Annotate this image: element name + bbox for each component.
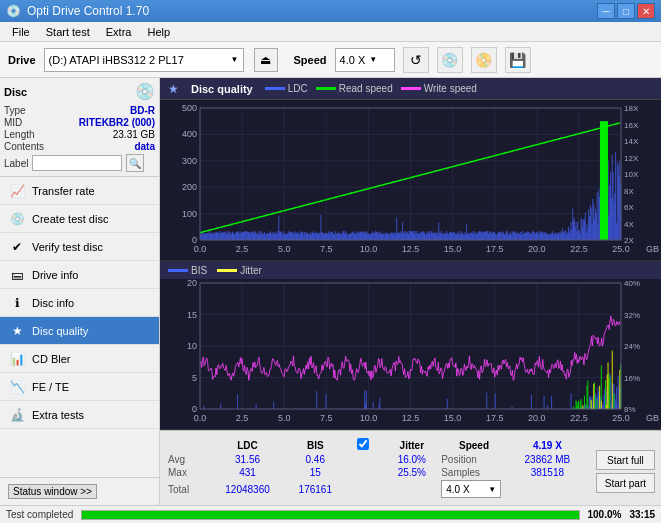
total-bis: 176161 xyxy=(287,480,343,498)
left-panel: Disc 💿 Type BD-R MID RITEKBR2 (000) Leng… xyxy=(0,78,160,505)
nav-cd-bler[interactable]: 📊 CD Bler xyxy=(0,345,159,373)
disc-quality-header-icon: ★ xyxy=(168,82,179,96)
drive-label: Drive xyxy=(8,54,36,66)
start-buttons: Start full Start part xyxy=(596,436,655,493)
start-part-button[interactable]: Start part xyxy=(596,473,655,493)
eject-button[interactable]: ⏏ xyxy=(254,48,278,72)
avg-ldc: 31.56 xyxy=(210,454,285,465)
nav-transfer-rate[interactable]: 📈 Transfer rate xyxy=(0,177,159,205)
contents-value: data xyxy=(134,141,155,152)
ldc-header: LDC xyxy=(210,438,285,452)
fe-te-icon: 📉 xyxy=(8,378,26,396)
total-label: Total xyxy=(168,480,208,498)
disc-info-icon: ℹ xyxy=(8,294,26,312)
verify-test-disc-icon: ✔ xyxy=(8,238,26,256)
nav-fe-te[interactable]: 📉 FE / TE xyxy=(0,373,159,401)
nav-extra-tests[interactable]: 🔬 Extra tests xyxy=(0,401,159,429)
speed-label: Speed xyxy=(294,54,327,66)
speed-section: 4.0 X ▼ xyxy=(441,480,586,498)
drive-select-text: (D:) ATAPI iHBS312 2 PL17 xyxy=(49,54,231,66)
title-bar: 💿 Opti Drive Control 1.70 ─ □ ✕ xyxy=(0,0,661,22)
title-bar-controls: ─ □ ✕ xyxy=(597,3,655,19)
label-input[interactable] xyxy=(32,155,122,171)
nav-drive-info-label: Drive info xyxy=(32,269,78,281)
nav-verify-test-disc[interactable]: ✔ Verify test disc xyxy=(0,233,159,261)
max-jitter: 25.5% xyxy=(384,467,439,478)
jitter-check-cell xyxy=(355,438,382,452)
drive-selector[interactable]: (D:) ATAPI iHBS312 2 PL17 ▼ xyxy=(44,48,244,72)
total-sep xyxy=(345,480,353,498)
legend-read-speed-label: Read speed xyxy=(339,83,393,94)
nav-drive-info[interactable]: 🖴 Drive info xyxy=(0,261,159,289)
minimize-button[interactable]: ─ xyxy=(597,3,615,19)
progress-percent: 100.0% xyxy=(588,509,622,520)
contents-label: Contents xyxy=(4,141,44,152)
nav-transfer-rate-label: Transfer rate xyxy=(32,185,95,197)
nav-disc-info[interactable]: ℹ Disc info xyxy=(0,289,159,317)
status-window-section: Status window >> xyxy=(0,477,159,505)
disc-button2[interactable]: 📀 xyxy=(471,47,497,73)
stats-table: LDC BIS Jitter Speed 4.19 X Avg 31.56 0. xyxy=(166,436,588,500)
speed-dropdown[interactable]: 4.0 X ▼ xyxy=(441,480,501,498)
right-panel: ★ Disc quality LDC Read speed Write spee… xyxy=(160,78,661,505)
jitter-checkbox[interactable] xyxy=(357,438,369,450)
menu-file[interactable]: File xyxy=(4,24,38,40)
start-full-button[interactable]: Start full xyxy=(596,450,655,470)
stats-header-row: LDC BIS Jitter Speed 4.19 X xyxy=(168,438,586,452)
sep xyxy=(345,438,353,452)
speed-label-cell: Speed xyxy=(441,438,507,452)
disc-header: Disc 💿 xyxy=(4,82,155,101)
disc-length-row: Length 23.31 GB xyxy=(4,129,155,140)
nav-create-test-disc[interactable]: 💿 Create test disc xyxy=(0,205,159,233)
max-label: Max xyxy=(168,467,208,478)
legend-ldc-label: LDC xyxy=(288,83,308,94)
legend-read-speed: Read speed xyxy=(316,83,393,94)
legend-ldc: LDC xyxy=(265,83,308,94)
type-label: Type xyxy=(4,105,26,116)
disc-button1[interactable]: 💿 xyxy=(437,47,463,73)
total-empty xyxy=(355,480,439,498)
nav-disc-quality-label: Disc quality xyxy=(32,325,88,337)
label-key: Label xyxy=(4,158,28,169)
disc-contents-row: Contents data xyxy=(4,141,155,152)
nav-disc-quality[interactable]: ★ Disc quality xyxy=(0,317,159,345)
progress-bar xyxy=(81,510,579,520)
status-text: Test completed xyxy=(6,509,73,520)
mid-value: RITEKBR2 (000) xyxy=(79,117,155,128)
speed-dropdown-val: 4.0 X xyxy=(446,484,469,495)
refresh-button[interactable]: ↺ xyxy=(403,47,429,73)
save-button[interactable]: 💾 xyxy=(505,47,531,73)
bottom-chart-container xyxy=(160,279,661,430)
close-button[interactable]: ✕ xyxy=(637,3,655,19)
menu-start-test[interactable]: Start test xyxy=(38,24,98,40)
status-window-button[interactable]: Status window >> xyxy=(8,484,97,499)
menu-help[interactable]: Help xyxy=(139,24,178,40)
maximize-button[interactable]: □ xyxy=(617,3,635,19)
speed-selector[interactable]: 4.0 X ▼ xyxy=(335,48,395,72)
time-value: 33:15 xyxy=(629,509,655,520)
nav-extra-tests-label: Extra tests xyxy=(32,409,84,421)
menu-extra[interactable]: Extra xyxy=(98,24,140,40)
legend-read-speed-color xyxy=(316,87,336,90)
top-chart-container xyxy=(160,100,661,261)
legend-write-speed-color xyxy=(401,87,421,90)
label-search-button[interactable]: 🔍 xyxy=(126,154,144,172)
max-bis: 15 xyxy=(287,467,343,478)
app-title: Opti Drive Control 1.70 xyxy=(27,4,149,18)
avg-jitter: 16.0% xyxy=(384,454,439,465)
total-ldc: 12048360 xyxy=(210,480,285,498)
avg-bis: 0.46 xyxy=(287,454,343,465)
disc-section: Disc 💿 Type BD-R MID RITEKBR2 (000) Leng… xyxy=(0,78,159,177)
legend-bis-color xyxy=(168,269,188,272)
nav-menu: 📈 Transfer rate 💿 Create test disc ✔ Ver… xyxy=(0,177,159,429)
max-row: Max 431 15 25.5% Samples 381518 xyxy=(168,467,586,478)
speed-value-cell: 4.19 X xyxy=(509,438,586,452)
bottom-chart xyxy=(160,279,661,429)
type-value: BD-R xyxy=(130,105,155,116)
avg-sep xyxy=(345,454,353,465)
legend-bis-label: BIS xyxy=(191,265,207,276)
avg-label: Avg xyxy=(168,454,208,465)
top-chart xyxy=(160,100,661,260)
total-row: Total 12048360 176161 4.0 X ▼ xyxy=(168,480,586,498)
max-samples-label: Samples xyxy=(441,467,507,478)
